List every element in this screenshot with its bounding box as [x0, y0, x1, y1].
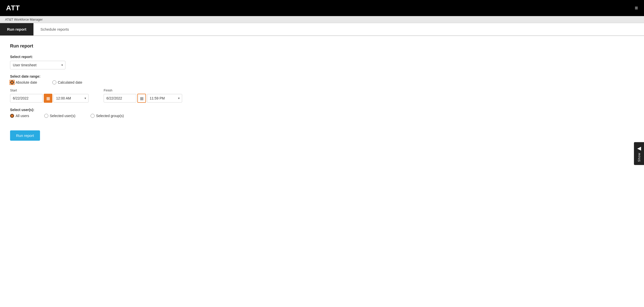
radio-all-users-label: All users [16, 114, 29, 118]
radio-absolute-input[interactable] [10, 80, 14, 84]
radio-calculated-input[interactable] [52, 80, 56, 84]
finish-input-row: ▦ 12:00 AM 11:59 PM ▾ [104, 94, 182, 103]
run-report-button[interactable]: Run report [10, 130, 40, 141]
calendar-icon: ▦ [46, 96, 50, 101]
hamburger-icon[interactable]: ≡ [635, 5, 638, 11]
page-title: Run report [10, 43, 634, 49]
users-radio-group: All users Selected user(s) Selected grou… [10, 114, 634, 118]
select-users-label: Select user(s): [10, 108, 634, 112]
radio-calculated-label: Calculated date [58, 80, 82, 84]
breadcrumb: AT&T Workforce Manager [0, 16, 644, 23]
select-users-group: Select user(s): All users Selected user(… [10, 108, 634, 118]
date-range-group: Select date range: Absolute date Calcula… [10, 74, 634, 103]
tab-run-report[interactable]: Run report [0, 23, 33, 35]
finish-date-input[interactable] [104, 94, 136, 103]
start-field-group: Start ▦ 12:00 AM 12:30 AM 1:00 AM 11:59 … [10, 88, 89, 103]
start-calendar-button[interactable]: ▦ [44, 94, 52, 103]
show-panel[interactable]: ◀ Show [634, 142, 644, 165]
top-header: ATT ≡ [0, 0, 644, 16]
radio-all-users[interactable]: All users [10, 114, 29, 118]
show-panel-arrow-icon: ◀ [637, 145, 641, 151]
tab-bar: Run report Schedule reports [0, 23, 644, 36]
start-label: Start [10, 88, 89, 92]
app-logo: ATT [6, 4, 20, 12]
date-range-label: Select date range: [10, 74, 634, 78]
start-time-select[interactable]: 12:00 AM 12:30 AM 1:00 AM 11:59 PM [53, 94, 89, 103]
radio-selected-users-input[interactable] [44, 114, 48, 118]
radio-selected-users-label: Selected user(s) [50, 114, 75, 118]
finish-calendar-icon: ▦ [140, 96, 144, 101]
report-select-wrapper: User timesheet ▾ [10, 61, 65, 69]
radio-selected-groups-label: Selected group(s) [96, 114, 124, 118]
finish-calendar-button[interactable]: ▦ [137, 94, 146, 103]
date-range-radio-group: Absolute date Calculated date [10, 80, 634, 84]
select-report-label: Select report: [10, 55, 634, 59]
radio-selected-groups-input[interactable] [91, 114, 95, 118]
finish-field-group: Finish ▦ 12:00 AM 11:59 PM ▾ [104, 88, 182, 103]
radio-absolute-date[interactable]: Absolute date [10, 80, 37, 84]
report-select[interactable]: User timesheet [10, 61, 65, 69]
finish-time-wrapper: 12:00 AM 11:59 PM ▾ [147, 94, 182, 103]
radio-selected-users[interactable]: Selected user(s) [44, 114, 75, 118]
select-report-group: Select report: User timesheet ▾ [10, 55, 634, 69]
show-panel-label: Show [637, 153, 641, 162]
start-time-wrapper: 12:00 AM 12:30 AM 1:00 AM 11:59 PM ▾ [53, 94, 89, 103]
start-date-input[interactable] [10, 94, 43, 103]
radio-calculated-date[interactable]: Calculated date [52, 80, 82, 84]
radio-selected-groups[interactable]: Selected group(s) [91, 114, 124, 118]
start-input-row: ▦ 12:00 AM 12:30 AM 1:00 AM 11:59 PM ▾ [10, 94, 89, 103]
tab-schedule-reports[interactable]: Schedule reports [33, 23, 76, 35]
date-range-fields: Start ▦ 12:00 AM 12:30 AM 1:00 AM 11:59 … [10, 88, 634, 103]
main-content: Run report Select report: User timesheet… [0, 36, 644, 307]
finish-label: Finish [104, 88, 182, 92]
radio-all-users-input[interactable] [10, 114, 14, 118]
radio-absolute-label: Absolute date [16, 80, 37, 84]
finish-time-select[interactable]: 12:00 AM 11:59 PM [147, 94, 182, 103]
